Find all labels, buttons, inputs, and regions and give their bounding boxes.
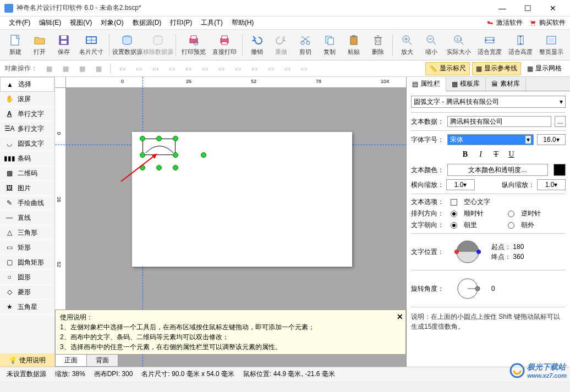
color-button[interactable]: 文本颜色和透明度... — [447, 164, 548, 176]
new-button[interactable]: 新建 — [3, 31, 28, 59]
tool-arc-text[interactable]: ◡圆弧文字 — [0, 136, 54, 151]
remove-datasource-button[interactable]: 移除数据源 — [142, 31, 173, 59]
resize-handle[interactable] — [156, 136, 162, 141]
cut-button[interactable]: 剪切 — [293, 31, 317, 59]
fit-page-button[interactable]: 整页显示 — [536, 31, 567, 59]
close-button[interactable]: ✕ — [540, 0, 566, 16]
underline-button[interactable]: U — [504, 148, 519, 161]
help-close-button[interactable]: ✕ — [397, 311, 403, 323]
font-size-combo[interactable]: 16.0 ▾ — [537, 134, 566, 145]
undo-button[interactable]: 撤销 — [245, 31, 269, 59]
menu-view[interactable]: 视图(V) — [65, 18, 96, 27]
paste-button[interactable]: 粘贴 — [342, 31, 366, 59]
help-button[interactable]: 💡使用说明 — [0, 354, 54, 367]
tool-image[interactable]: 🖼图片 — [0, 181, 54, 196]
align-btn-7[interactable]: ▭ — [214, 63, 228, 75]
menu-edit[interactable]: 编辑(E) — [35, 18, 65, 27]
tool-circle[interactable]: ○圆形 — [0, 270, 54, 285]
canvas-area[interactable]: 0 26 52 78 104 0 26 52 腾讯科技 正面 — [55, 77, 406, 367]
italic-button[interactable]: I — [473, 148, 489, 161]
set-datasource-button[interactable]: 设置数据源 — [112, 31, 142, 59]
tool-single-text[interactable]: A单行文字 — [0, 107, 54, 122]
save-button[interactable]: 保存 — [52, 31, 76, 59]
tool-roundrect[interactable]: ▢圆角矩形 — [0, 255, 54, 270]
maximize-button[interactable]: ☐ — [515, 0, 540, 16]
orient-in-radio[interactable] — [451, 222, 457, 229]
menu-object[interactable]: 对象(O) — [96, 18, 128, 27]
tool-star[interactable]: ★五角星 — [0, 300, 54, 314]
resize-handle[interactable] — [140, 136, 145, 141]
font-combo[interactable]: 宋体 — [447, 134, 534, 145]
align-btn-5[interactable]: ▭ — [181, 63, 195, 75]
redo-button[interactable]: 重做 — [269, 31, 293, 59]
open-button[interactable]: 打开 — [28, 31, 52, 59]
object-selector[interactable]: 圆弧文字 - 腾讯科技有限公司 — [411, 96, 566, 108]
toggle-grid[interactable]: ▦显示网格 — [523, 62, 566, 75]
tab-assets[interactable]: 🏛素材库 — [486, 77, 526, 91]
tab-properties[interactable]: ▤属性栏 — [407, 77, 446, 91]
print-preview-button[interactable]: 打印预览 — [178, 31, 209, 59]
tool-barcode[interactable]: ▮▮▮条码 — [0, 151, 54, 166]
copy-button[interactable]: 复制 — [317, 31, 342, 59]
tool-multi-text[interactable]: ☰A多行文字 — [0, 122, 54, 136]
zoom-in-button[interactable]: 放大 — [395, 31, 419, 59]
hscale-input[interactable]: 1.0 ▾ — [446, 179, 475, 190]
text-data-value[interactable]: 腾讯科技有限公司 — [447, 116, 551, 127]
rotate-handle[interactable] — [201, 152, 206, 158]
delete-button[interactable]: 删除 — [366, 31, 390, 59]
color-swatch[interactable] — [553, 164, 566, 176]
tool-triangle[interactable]: △三角形 — [0, 225, 54, 240]
tool-rect[interactable]: ▭矩形 — [0, 240, 54, 255]
tool-select[interactable]: ▲选择 — [0, 77, 54, 92]
resize-handle[interactable] — [173, 152, 178, 158]
tab-back[interactable]: 背面 — [86, 354, 118, 367]
resize-handle[interactable] — [173, 165, 178, 170]
align-btn-1[interactable]: ▭ — [115, 63, 129, 75]
menu-print[interactable]: 打印(P) — [166, 18, 196, 27]
tool-line[interactable]: —直线 — [0, 211, 54, 225]
align-btn-3[interactable]: ▭ — [148, 63, 162, 75]
resize-handle[interactable] — [173, 136, 178, 141]
layer-btn-2[interactable]: ▦ — [58, 63, 73, 75]
tab-templates[interactable]: ▦模板库 — [446, 77, 486, 91]
dir-ccw-radio[interactable] — [508, 211, 514, 217]
card-size-button[interactable]: 名片尺寸 — [76, 31, 107, 59]
arc-position-widget[interactable] — [448, 238, 487, 266]
print-button[interactable]: 直接打印 — [209, 31, 240, 59]
tool-freehand[interactable]: ✎手绘曲线 — [0, 196, 54, 211]
tab-front[interactable]: 正面 — [55, 354, 87, 367]
align-btn-10[interactable]: ▭ — [264, 63, 278, 75]
menu-datasource[interactable]: 数据源(D) — [128, 18, 166, 27]
layer-btn-4[interactable]: ▦ — [91, 63, 106, 75]
buy-link[interactable]: 购买软件 — [528, 18, 566, 27]
rotation-widget[interactable] — [448, 275, 487, 302]
vscale-input[interactable]: 1.0 ▾ — [537, 179, 566, 190]
align-btn-8[interactable]: ▭ — [231, 63, 245, 75]
tool-diamond[interactable]: ◇菱形 — [0, 285, 54, 300]
layer-btn-3[interactable]: ▦ — [75, 63, 89, 75]
zoom-out-button[interactable]: 缩小 — [419, 31, 443, 59]
layer-btn-1[interactable]: ▦ — [42, 63, 56, 75]
align-btn-2[interactable]: ▭ — [131, 63, 146, 75]
activate-link[interactable]: 激活软件 — [486, 18, 523, 27]
dir-cw-radio[interactable] — [451, 211, 457, 217]
toggle-ruler[interactable]: 📏显示标尺 — [425, 62, 470, 75]
fit-height-button[interactable]: 适合高度 — [505, 31, 536, 59]
menu-file[interactable]: 文件(F) — [4, 18, 35, 27]
align-btn-9[interactable]: ▭ — [247, 63, 261, 75]
align-btn-6[interactable]: ▭ — [198, 63, 212, 75]
align-btn-12[interactable]: ▭ — [297, 63, 311, 75]
strikethrough-button[interactable]: T — [489, 148, 504, 161]
hollow-checkbox[interactable] — [451, 199, 457, 206]
orient-out-radio[interactable] — [508, 222, 514, 229]
align-btn-11[interactable]: ▭ — [280, 63, 294, 75]
fit-width-button[interactable]: 适合宽度 — [474, 31, 505, 59]
minimize-button[interactable]: — — [490, 0, 515, 16]
toggle-guides[interactable]: ▦显示参考线 — [472, 62, 521, 75]
bold-button[interactable]: B — [458, 148, 473, 161]
actual-size-button[interactable]: 1:1实际大小 — [443, 31, 474, 59]
tool-qrcode[interactable]: ▩二维码 — [0, 166, 54, 181]
menu-tools[interactable]: 工具(T) — [196, 18, 227, 27]
tool-pan[interactable]: ✋滚屏 — [0, 92, 54, 107]
text-data-more[interactable]: ... — [555, 116, 566, 127]
